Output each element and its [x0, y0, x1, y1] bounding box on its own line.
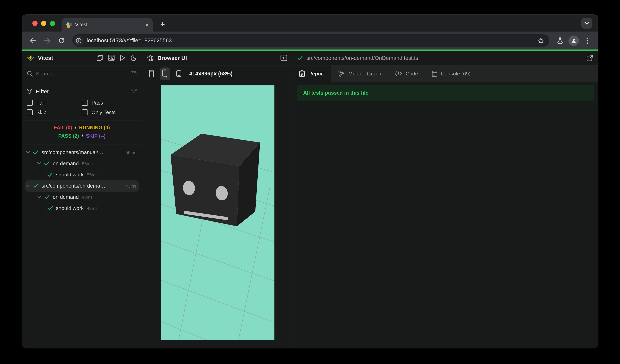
duration-label: 43ms — [125, 183, 136, 188]
filter-checkbox-fail[interactable]: Fail — [27, 100, 82, 106]
all-tests-passed-banner: All tests passed in this file — [297, 85, 594, 101]
search-row — [22, 65, 142, 82]
clear-search-filter-icon[interactable] — [131, 71, 137, 76]
clear-filter-icon[interactable] — [131, 89, 137, 94]
test-viewport-iframe[interactable] — [161, 86, 274, 340]
checkbox-icon — [27, 100, 33, 106]
tab-strip: Vitest × + — [22, 15, 598, 31]
report-header: src/components/on-demand/OnDemand.test.t… — [293, 51, 598, 65]
search-icon — [27, 71, 33, 77]
report-panel: src/components/on-demand/OnDemand.test.t… — [293, 51, 598, 348]
tab-report[interactable]: Report — [293, 65, 331, 82]
chevron-down-icon[interactable] — [26, 184, 30, 187]
browser-menu-icon[interactable] — [581, 34, 593, 46]
browser-tab[interactable]: Vitest × — [62, 18, 153, 31]
test-file-path: src/components/on-demand/OnDemand.test.t… — [306, 55, 418, 61]
site-info-icon[interactable] — [74, 36, 83, 45]
app-title: Vitest — [38, 55, 53, 61]
filter-panel: Filter Fail Pass Skip Only Tests — [22, 82, 142, 121]
chevron-down-icon[interactable] — [37, 162, 41, 165]
tree-row-test-should-work-1[interactable]: should work 55ms — [25, 169, 139, 180]
tree-row-test-should-work-2[interactable]: should work 43ms — [25, 203, 139, 214]
device-preset-small-button[interactable] — [146, 67, 156, 80]
back-button[interactable] — [27, 34, 39, 46]
zoom-window-button[interactable] — [50, 21, 55, 26]
pass-check-icon — [47, 206, 53, 210]
report-clipboard-icon — [299, 70, 305, 77]
duration-label: 56ms — [125, 150, 136, 155]
url-text[interactable]: localhost:5173/#/?file=1828625563 — [87, 38, 532, 44]
url-bar[interactable]: localhost:5173/#/?file=1828625563 — [72, 34, 549, 47]
collapse-panels-icon[interactable] — [97, 55, 103, 61]
new-tab-button[interactable]: + — [157, 19, 168, 30]
filter-title: Filter — [36, 88, 127, 94]
bookmark-star-icon[interactable] — [535, 34, 547, 46]
running-count: RUNNING (0) — [79, 125, 110, 131]
tree-row-file-on-demand[interactable]: src/components/on-dema… 43ms — [25, 180, 139, 191]
filter-checkbox-skip[interactable]: Skip — [27, 109, 82, 115]
test-tree: src/components/manual/… 56ms on demand 5… — [22, 145, 142, 348]
tab-console[interactable]: Console (69) — [425, 65, 477, 82]
tree-row-suite-on-demand-1[interactable]: on demand 56ms — [25, 158, 139, 169]
vitest-logo-icon — [27, 54, 34, 62]
console-icon — [432, 71, 437, 77]
tab-module-graph[interactable]: Module Graph — [331, 65, 388, 82]
device-preset-add-button[interactable] — [160, 67, 170, 80]
tab-code[interactable]: Code — [388, 65, 425, 82]
chevron-down-icon[interactable] — [26, 151, 30, 154]
search-input[interactable] — [36, 71, 128, 77]
experiments-flask-icon[interactable] — [554, 34, 566, 46]
checkbox-icon — [27, 109, 33, 115]
pass-check-icon — [44, 161, 49, 166]
checkbox-icon — [82, 109, 88, 115]
collapse-panel-right-icon[interactable] — [280, 55, 287, 61]
browser-ui-title: Browser UI — [157, 55, 187, 61]
close-window-button[interactable] — [32, 21, 38, 26]
tree-row-suite-on-demand-2[interactable]: on demand 43ms — [25, 191, 139, 203]
sidebar-header: Vitest — [22, 51, 142, 65]
fail-count: FAIL (0) — [54, 125, 72, 131]
duration-label: 43ms — [82, 195, 93, 199]
globe-icon — [147, 55, 154, 61]
filter-checkbox-only-tests[interactable]: Only Tests — [82, 109, 137, 115]
vitest-app: Vitest — [22, 51, 598, 348]
module-graph-icon — [338, 70, 345, 77]
profile-avatar[interactable] — [569, 35, 579, 46]
viewport-size-label: 414x896px (68%) — [189, 71, 232, 77]
skip-count: SKIP (--) — [86, 133, 106, 139]
sidebar: Vitest — [22, 51, 142, 348]
tab-close-icon[interactable]: × — [145, 22, 149, 28]
open-external-icon[interactable] — [587, 55, 593, 61]
cube-head — [170, 134, 260, 226]
pass-check-icon — [33, 184, 38, 188]
tab-search-chevron-icon[interactable] — [581, 17, 592, 29]
tree-row-file-manual[interactable]: src/components/manual/… 56ms — [25, 147, 139, 158]
duration-label: 43ms — [87, 206, 98, 211]
browser-preview-area — [142, 82, 292, 348]
filter-checkbox-pass[interactable]: Pass — [82, 100, 137, 106]
pass-check-icon — [33, 150, 38, 154]
browser-ui-header: Browser UI — [142, 51, 292, 65]
reload-button[interactable] — [56, 34, 67, 46]
browser-window: Vitest × + localhost:5173/# — [22, 15, 598, 348]
file-pass-check-icon — [297, 56, 303, 60]
dark-mode-moon-icon[interactable] — [131, 55, 137, 61]
browser-ui-panel: Browser UI 414x896px — [142, 51, 293, 348]
dashboard-icon[interactable] — [108, 55, 115, 61]
forward-button[interactable] — [41, 34, 53, 46]
code-icon — [395, 71, 402, 76]
device-preset-large-button[interactable] — [173, 67, 184, 80]
vitest-favicon-icon — [65, 22, 72, 28]
run-all-icon[interactable] — [120, 55, 125, 61]
run-status-summary: FAIL (0) / RUNNING (0) PASS (2) / SKIP (… — [22, 121, 142, 145]
pass-check-icon — [44, 195, 49, 199]
duration-label: 56ms — [82, 161, 93, 166]
duration-label: 55ms — [87, 172, 98, 177]
report-tabs: Report Module Graph Code — [293, 65, 598, 82]
filter-funnel-icon — [27, 88, 32, 94]
chevron-down-icon[interactable] — [37, 196, 41, 198]
device-toolbar: 414x896px (68%) — [142, 65, 292, 82]
traffic-lights — [32, 21, 55, 26]
minimize-window-button[interactable] — [41, 21, 46, 26]
checkbox-icon — [82, 100, 88, 106]
